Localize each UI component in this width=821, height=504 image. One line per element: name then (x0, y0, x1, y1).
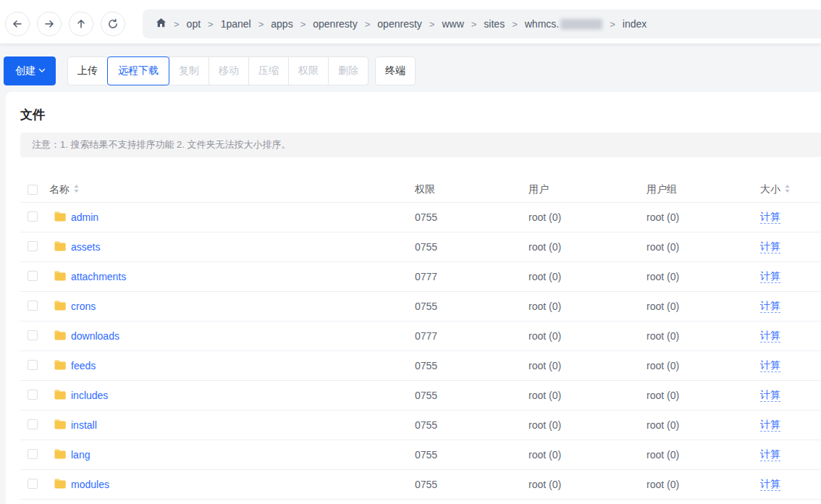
file-table: 名称 权限 用户 用户组 大小 admin 0755 roo (20, 177, 821, 500)
breadcrumb-item[interactable]: www (442, 18, 463, 30)
file-name-link[interactable]: downloads (71, 330, 119, 342)
chevron-down-icon (38, 65, 46, 77)
breadcrumb-item[interactable]: sites (484, 18, 505, 30)
user-value: root (0) (529, 419, 647, 431)
table-row: downloads 0777 root (0) root (0) 计算 (20, 322, 821, 351)
upload-button[interactable]: 上传 (67, 56, 108, 85)
group-value: root (0) (647, 330, 760, 342)
forward-button[interactable] (37, 12, 62, 36)
size-calculate-link[interactable]: 计算 (760, 240, 780, 253)
row-checkbox[interactable] (28, 360, 38, 370)
folder-icon (54, 359, 67, 373)
row-checkbox[interactable] (28, 419, 38, 429)
breadcrumb-item[interactable]: apps (271, 18, 292, 30)
table-row: includes 0755 root (0) root (0) 计算 (20, 381, 821, 411)
size-calculate-link[interactable]: 计算 (760, 478, 780, 491)
create-button[interactable]: 创建 (4, 56, 56, 85)
header-size-sort[interactable]: 大小 (760, 183, 821, 196)
table-row: admin 0755 root (0) root (0) 计算 (20, 203, 821, 232)
size-calculate-link[interactable]: 计算 (760, 448, 780, 461)
breadcrumb-home[interactable] (156, 17, 167, 30)
user-value: root (0) (529, 330, 647, 342)
file-name-link[interactable]: includes (71, 390, 108, 401)
folder-icon (54, 211, 67, 224)
user-value: root (0) (529, 479, 647, 490)
size-calculate-link[interactable]: 计算 (760, 329, 780, 343)
size-calculate-link[interactable]: 计算 (760, 389, 780, 402)
group-value: root (0) (647, 419, 760, 431)
header-mode-label: 权限 (415, 183, 435, 196)
table-row: attachments 0777 root (0) root (0) 计算 (20, 262, 821, 292)
file-name-link[interactable]: attachments (71, 271, 126, 282)
arrow-right-icon (43, 18, 55, 30)
sort-caret-icon (784, 184, 791, 196)
refresh-button[interactable] (101, 12, 125, 36)
user-value: root (0) (529, 271, 647, 282)
permission-value: 0755 (415, 449, 529, 461)
breadcrumb-item[interactable]: openresty (313, 18, 357, 30)
create-button-label: 创建 (15, 64, 35, 77)
terminal-button[interactable]: 终端 (375, 56, 416, 85)
breadcrumb-separator: > (365, 19, 371, 30)
permission-value: 0755 (415, 301, 529, 312)
header-mode: 权限 (415, 183, 529, 196)
back-button[interactable] (5, 12, 30, 36)
breadcrumb-item[interactable]: whmcs. (525, 18, 602, 30)
row-checkbox[interactable] (28, 271, 38, 281)
up-button[interactable] (69, 12, 93, 36)
folder-icon (54, 448, 67, 462)
header-name-sort[interactable]: 名称 (49, 183, 415, 196)
folder-icon (54, 419, 67, 432)
table-row: feeds 0755 root (0) root (0) 计算 (20, 351, 821, 381)
table-row: assets 0755 root (0) root (0) 计算 (20, 232, 821, 262)
copy-button: 复制 (169, 56, 209, 85)
group-value: root (0) (647, 301, 760, 312)
size-calculate-link[interactable]: 计算 (760, 300, 780, 313)
top-nav-bar: >opt>1panel>apps>openresty>openresty>www… (0, 0, 821, 43)
file-name-link[interactable]: assets (71, 241, 100, 253)
header-name-label: 名称 (49, 183, 70, 196)
file-name-link[interactable]: crons (71, 301, 96, 312)
row-checkbox[interactable] (28, 479, 38, 489)
header-user: 用户 (529, 183, 647, 196)
file-name-link[interactable]: install (71, 419, 97, 431)
breadcrumb-item[interactable]: 1panel (221, 18, 251, 30)
table-row: lang 0755 root (0) root (0) 计算 (20, 440, 821, 470)
table-row: modules 0755 root (0) root (0) 计算 (20, 470, 821, 500)
remote-download-button[interactable]: 远程下载 (107, 56, 169, 85)
folder-icon (54, 329, 67, 343)
size-calculate-link[interactable]: 计算 (760, 419, 780, 432)
row-checkbox[interactable] (28, 211, 38, 222)
sort-caret-icon (73, 184, 80, 196)
file-toolbar: 创建 上传 远程下载 复制 移动 压缩 权限 删除 终端 (4, 56, 821, 86)
size-calculate-link[interactable]: 计算 (760, 359, 780, 372)
file-name-link[interactable]: admin (71, 211, 98, 223)
row-checkbox[interactable] (28, 241, 38, 251)
permission-value: 0755 (415, 241, 529, 253)
file-name-link[interactable]: modules (71, 479, 109, 490)
row-checkbox[interactable] (28, 330, 38, 340)
row-checkbox[interactable] (28, 390, 38, 400)
breadcrumb-item[interactable]: opt (187, 18, 201, 30)
header-user-label: 用户 (529, 183, 549, 196)
folder-icon (54, 478, 67, 492)
breadcrumb-item[interactable]: openresty (377, 18, 421, 30)
row-checkbox[interactable] (28, 301, 38, 311)
file-name-link[interactable]: feeds (71, 360, 96, 371)
table-row: install 0755 root (0) root (0) 计算 (20, 411, 821, 440)
select-all-checkbox[interactable] (28, 185, 38, 195)
table-row: crons 0755 root (0) root (0) 计算 (20, 292, 821, 322)
breadcrumb: >opt>1panel>apps>openresty>openresty>www… (143, 9, 821, 38)
size-calculate-link[interactable]: 计算 (760, 211, 780, 224)
breadcrumb-separator: > (429, 19, 435, 30)
permission-value: 0755 (415, 479, 529, 490)
notice-text: 注意：1. 搜索结果不支持排序功能 2. 文件夹无法按大小排序。 (32, 138, 291, 151)
file-name-link[interactable]: lang (71, 449, 90, 461)
folder-icon (54, 300, 67, 314)
permission-value: 0755 (415, 390, 529, 401)
row-checkbox[interactable] (28, 449, 38, 459)
user-value: root (0) (529, 449, 647, 461)
group-value: root (0) (647, 479, 760, 490)
size-calculate-link[interactable]: 计算 (760, 270, 780, 283)
breadcrumb-item[interactable]: index (623, 18, 647, 30)
